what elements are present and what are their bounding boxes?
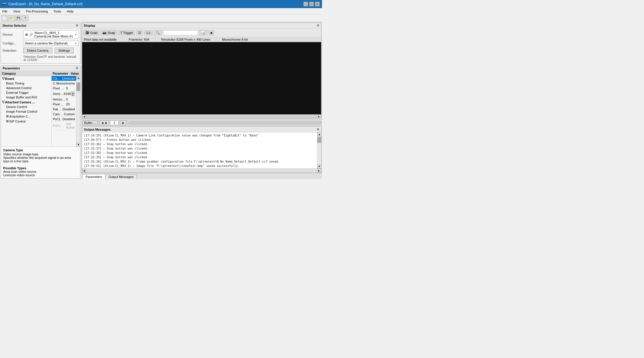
category-image-format[interactable]: Image Format Control [1, 109, 51, 114]
param-row-pocl-status: PoCL Status Not Active [52, 122, 76, 130]
grab-button[interactable]: 🎥 Grab [83, 30, 99, 35]
menu-bar: File View Pre-Processing Tools Help [0, 8, 322, 15]
category-image-buffer-roi[interactable]: Image Buffer and ROI [1, 95, 51, 100]
param-row-pixel-clock[interactable]: Pixel Clock Input Freque... 20 [52, 102, 76, 107]
tab-parameters[interactable]: Parameters [82, 174, 105, 179]
param-name-data-valid: Data Valid [53, 107, 62, 111]
param-row-horiz-active[interactable]: Horizontal Active (in Pixe... 8190 ▲ ▼ [52, 91, 76, 97]
hscroll-right-button[interactable]: ► [317, 115, 321, 119]
device-dropdown[interactable]: 🖥 🔗 Xtium-CL_MX4_1 CameraLink Base Mono … [23, 30, 78, 39]
param-row-data-valid[interactable]: Data Valid Disabled [52, 107, 76, 112]
output-messages-panel: Output Messages ✕ [17:14:29] (Xtium-CL_M… [82, 126, 321, 173]
output-hscroll-track[interactable] [86, 169, 317, 172]
param-value-color-type: Monochrome [56, 82, 75, 85]
col-category: Category [1, 72, 51, 75]
buffer-prev2-button[interactable]: ◄◄ [99, 120, 109, 125]
hscroll-left-button[interactable]: ◄ [82, 115, 86, 119]
display-close[interactable]: ✕ [316, 24, 319, 28]
output-scroll-down[interactable]: ▼ [317, 164, 321, 168]
category-advanced-control[interactable]: Advanced Control [1, 86, 51, 90]
menu-tools[interactable]: Tools [53, 9, 62, 13]
isp-expand-icon: ⊞ [6, 119, 9, 123]
tab-output-messages[interactable]: Output Messages [105, 174, 137, 179]
settings-button[interactable]: Settings [55, 48, 74, 53]
param-row-horiz-offset[interactable]: Horizontal Offset (in Pixe... 0 [52, 97, 76, 102]
scroll-up-button[interactable]: ▲ [76, 76, 80, 80]
snap-button[interactable]: 📷 Snap [100, 30, 117, 35]
output-msg-1: [17:26:57] — Freeze button was clicked. [84, 138, 315, 142]
menu-file[interactable]: File [1, 9, 9, 13]
output-scroll-up[interactable]: ▲ [317, 132, 321, 136]
config-dropdown[interactable]: Select a camera file (Optional) ▼ [23, 41, 78, 46]
minimize-button[interactable]: ─ [303, 2, 308, 6]
param-row-pixel-depth[interactable]: Pixel Depth 8 [52, 86, 76, 91]
trigger-icon: T [120, 31, 122, 35]
zoom-button[interactable]: 🔍 [154, 30, 162, 35]
param-name-pocl: PoCL [53, 117, 62, 121]
spin-up[interactable]: ▲ [71, 91, 75, 94]
output-body: [17:14:29] (Xtium-CL_MX4_1) — Camera Lin… [82, 132, 321, 168]
output-close[interactable]: ✕ [316, 127, 319, 132]
category-external-trigger[interactable]: External Trigger [1, 90, 51, 95]
hscroll-track[interactable] [86, 116, 317, 118]
buffer-slider[interactable] [130, 121, 321, 124]
output-hscroll-right[interactable]: ► [317, 169, 321, 172]
category-attached-camera[interactable]: ▽ Attached Camera ... [1, 100, 51, 105]
new-file-button[interactable]: 📄 [1, 15, 8, 21]
fit-button[interactable]: ⊡ [136, 30, 143, 35]
buffer-next-button[interactable]: ► [120, 120, 127, 125]
stop-button[interactable]: ■ [208, 30, 215, 35]
detect-camera-button[interactable]: Detect Camera [23, 48, 52, 53]
category-basic-timing[interactable]: Basic Timing [1, 81, 51, 86]
close-button[interactable]: ✕ [315, 2, 320, 6]
histogram-button[interactable]: 📊 [199, 30, 207, 35]
ratio-button[interactable]: 1:1 [144, 30, 152, 35]
category-acquisition[interactable]: ⊞ Acquisition C... [1, 114, 51, 119]
zoom-input[interactable] [163, 30, 198, 35]
output-scroll-track[interactable] [317, 136, 321, 164]
board-label: Board [5, 77, 14, 80]
param-name-horiz-active: Horizontal Active (in Pixe... [53, 92, 64, 96]
detection-row: Detection: Detect Camera Settings [3, 48, 78, 53]
output-msg-0: [17:14:29] (Xtium-CL_MX4_1) — Camera Lin… [84, 133, 315, 138]
param-row-pocl[interactable]: PoCL Disabled [52, 117, 76, 122]
category-isp[interactable]: ⊞ ISP Control [1, 119, 51, 124]
desc-line1: Video source image type. [3, 152, 78, 156]
scroll-down-button[interactable]: ▼ [76, 143, 80, 146]
save-file-button[interactable]: 💾 [15, 15, 21, 21]
scroll-track[interactable] [76, 80, 80, 143]
param-value-horiz-active: 8190 ▲ ▼ [64, 91, 75, 96]
maximize-button[interactable]: □ [309, 2, 314, 6]
menu-help[interactable]: Help [66, 9, 75, 13]
output-title: Output Messages [84, 128, 111, 131]
output-scroll-thumb [317, 137, 321, 143]
param-value-pocl-status: Not Active [66, 122, 75, 129]
menu-view[interactable]: View [12, 9, 21, 13]
title-bar-controls: ─ □ ✕ [303, 2, 320, 6]
param-name-color-type: Color Type [53, 82, 56, 85]
desc-line2: Specifies whether the acquired signal is… [3, 156, 78, 163]
detection-buttons: Detect Camera Settings [23, 48, 74, 53]
menu-preprocessing[interactable]: Pre-Processing [25, 9, 49, 13]
grab-icon: 🎥 [85, 31, 89, 35]
trigger-button[interactable]: T Trigger [118, 30, 135, 35]
output-msg-3: [17:32:37] — Snap button was clicked. [84, 146, 315, 151]
image-display-area [82, 42, 321, 114]
parameters-close[interactable]: ✕ [75, 66, 78, 70]
title-bar: 📷 CamExpert - [N_No_Name_Default_Default… [0, 0, 322, 8]
param-row-camera-type[interactable]: Camera Type Linescan [52, 76, 76, 81]
param-row-camera-sensor[interactable]: Camera Sensor Geometr... Custom [52, 112, 76, 117]
config-label: Configu... [3, 42, 21, 45]
device-selector-close[interactable]: ✕ [75, 24, 78, 28]
buffer-value-input[interactable] [110, 120, 119, 125]
param-row-color-type[interactable]: Color Type Monochrome [52, 81, 76, 86]
horiz-active-spinner[interactable]: ▲ ▼ [71, 91, 75, 96]
help-toolbar-button[interactable]: ? [22, 15, 28, 21]
output-hscroll-left[interactable]: ◄ [82, 169, 86, 172]
buffer-label[interactable]: Buffer ... [82, 120, 98, 125]
category-board[interactable]: ▽ Board [1, 76, 51, 81]
spin-down[interactable]: ▼ [71, 94, 75, 96]
open-file-button[interactable]: 📂 [8, 15, 15, 21]
category-device-control[interactable]: Device Control [1, 105, 51, 109]
display-title: Display [84, 24, 95, 27]
